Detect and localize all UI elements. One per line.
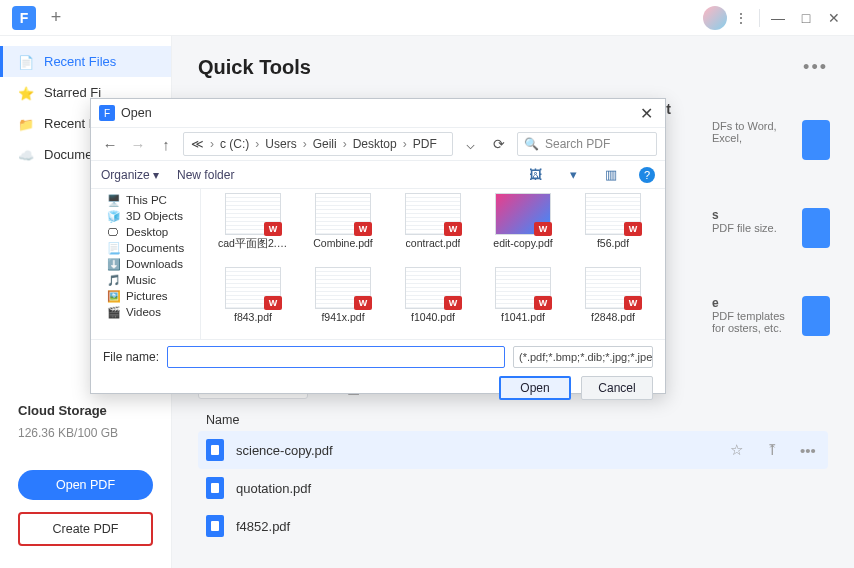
cancel-button[interactable]: Cancel	[581, 376, 653, 400]
file-thumbnail[interactable]: Wf843.pdf	[211, 267, 295, 335]
cloud-storage-panel: Cloud Storage 126.36 KB/100 GB	[0, 403, 171, 470]
refresh-button[interactable]: ⟳	[487, 132, 511, 156]
file-name-input[interactable]	[167, 346, 505, 368]
user-avatar[interactable]	[703, 6, 727, 30]
crumb-segment[interactable]: Geili	[310, 137, 340, 151]
recent-file-row[interactable]: quotation.pdf	[198, 469, 828, 507]
thumbnail-label: edit-copy.pdf	[493, 237, 552, 249]
cloud-usage-text: 126.36 KB/100 GB	[18, 426, 153, 440]
dialog-title: Open	[121, 106, 152, 120]
breadcrumb[interactable]: ≪›c (C:)›Users›Geili›Desktop›PDF	[183, 132, 453, 156]
file-thumbnail[interactable]: Wcad平面图2.pdf	[211, 193, 295, 263]
view-mode-dropdown[interactable]: ▾	[563, 165, 583, 185]
thumbnail-image: W	[405, 267, 461, 309]
window-close-button[interactable]: ✕	[820, 4, 848, 32]
new-tab-button[interactable]: +	[42, 4, 70, 32]
row-more-icon[interactable]: •••	[796, 442, 820, 459]
dialog-close-button[interactable]: ✕	[635, 102, 657, 124]
star-icon: ⭐	[18, 86, 34, 100]
thumbnail-label: f56.pdf	[597, 237, 629, 249]
crumb-segment[interactable]: PDF	[410, 137, 440, 151]
file-thumbnail[interactable]: Wcontract.pdf	[391, 193, 475, 263]
more-tools-button[interactable]: •••	[803, 57, 828, 78]
thumbnail-label: Combine.pdf	[313, 237, 373, 249]
file-thumbnail[interactable]: Wf2848.pdf	[571, 267, 655, 335]
pdf-badge-icon: W	[534, 222, 552, 236]
tree-item-documents[interactable]: 📃Documents	[93, 240, 198, 256]
thumbnail-image: W	[315, 267, 371, 309]
tree-item-desktop[interactable]: 🖵Desktop	[93, 224, 198, 240]
crumb-segment[interactable]: ≪	[188, 137, 207, 151]
thumbnail-image: W	[405, 193, 461, 235]
tool-card-icon	[802, 296, 830, 336]
view-mode-button[interactable]: 🖼	[525, 165, 545, 185]
preview-pane-button[interactable]: ▥	[601, 165, 621, 185]
folder-icon: 📁	[18, 117, 34, 131]
file-thumbnail[interactable]: Wedit-copy.pdf	[481, 193, 565, 263]
help-button[interactable]: ?	[639, 167, 655, 183]
thumbnail-image: W	[585, 193, 641, 235]
tree-item-videos[interactable]: 🎬Videos	[93, 304, 198, 320]
thumbnail-label: f1041.pdf	[501, 311, 545, 323]
file-thumbnail[interactable]: Wf941x.pdf	[301, 267, 385, 335]
3d-icon: 🧊	[107, 210, 121, 222]
star-icon[interactable]: ☆	[724, 441, 748, 459]
create-pdf-button[interactable]: Create PDF	[18, 512, 153, 546]
file-thumbnail[interactable]: Wf1040.pdf	[391, 267, 475, 335]
search-icon: 🔍	[524, 137, 539, 151]
thumbnail-label: f843.pdf	[234, 311, 272, 323]
tree-item-music[interactable]: 🎵Music	[93, 272, 198, 288]
crumb-segment[interactable]: Desktop	[350, 137, 400, 151]
window-minimize-button[interactable]: —	[764, 4, 792, 32]
file-name: f4852.pdf	[236, 519, 290, 534]
pdf-badge-icon: W	[534, 296, 552, 310]
column-header-name[interactable]: Name	[198, 409, 828, 431]
file-thumbnail[interactable]: WCombine.pdf	[301, 193, 385, 263]
more-menu-icon[interactable]: ⋮	[727, 4, 755, 32]
tool-card[interactable]: sPDF file size.	[712, 208, 830, 248]
music-icon: 🎵	[107, 274, 121, 286]
file-thumbnail[interactable]: Wf1041.pdf	[481, 267, 565, 335]
nav-back-button[interactable]: ←	[99, 133, 121, 155]
nav-up-button[interactable]: ↑	[155, 133, 177, 155]
file-grid[interactable]: Wcad平面图2.pdfWCombine.pdfWcontract.pdfWed…	[201, 189, 665, 339]
thumbnail-image: W	[585, 267, 641, 309]
sidebar-item-recent-files[interactable]: 📄Recent Files	[0, 46, 171, 77]
pdf-badge-icon: W	[264, 222, 282, 236]
file-name-label: File name:	[103, 350, 159, 364]
pdf-badge-icon: W	[624, 296, 642, 310]
tool-card[interactable]: ePDF templates for osters, etc.	[712, 296, 830, 336]
doc-icon: 📄	[18, 55, 34, 69]
tree-item-this-pc[interactable]: 🖥️This PC	[93, 192, 198, 208]
thumbnail-label: f2848.pdf	[591, 311, 635, 323]
open-pdf-button[interactable]: Open PDF	[18, 470, 153, 500]
folder-tree[interactable]: 🖥️This PC🧊3D Objects🖵Desktop📃Documents⬇️…	[91, 189, 201, 339]
pdf-badge-icon: W	[444, 296, 462, 310]
file-type-filter[interactable]: (*.pdf;*.bmp;*.dib;*.jpg;*.jpeg;*.j⌵	[513, 346, 653, 368]
crumb-history-dropdown[interactable]: ⌵	[459, 133, 481, 155]
folder-search-input[interactable]: 🔍 Search PDF	[517, 132, 657, 156]
tree-item-pictures[interactable]: 🖼️Pictures	[93, 288, 198, 304]
organize-menu[interactable]: Organize ▾	[101, 168, 159, 182]
tool-card[interactable]: DFs to Word, Excel,	[712, 120, 830, 160]
thumbnail-image: W	[495, 267, 551, 309]
crumb-segment[interactable]: c (C:)	[217, 137, 252, 151]
crumb-segment[interactable]: Users	[262, 137, 299, 151]
tree-item-3d-objects[interactable]: 🧊3D Objects	[93, 208, 198, 224]
dialog-app-icon: F	[99, 105, 115, 121]
new-folder-button[interactable]: New folder	[177, 168, 234, 182]
cloud-icon: ☁️	[18, 148, 34, 162]
titlebar: F + ⋮ — □ ✕	[0, 0, 854, 36]
dl-icon: ⬇️	[107, 258, 121, 270]
thumbnail-label: cad平面图2.pdf	[218, 237, 288, 251]
upload-icon[interactable]: ⤒	[760, 441, 784, 459]
nav-forward-button[interactable]: →	[127, 133, 149, 155]
open-button[interactable]: Open	[499, 376, 571, 400]
file-open-dialog: F Open ✕ ← → ↑ ≪›c (C:)›Users›Geili›Desk…	[90, 98, 666, 394]
window-maximize-button[interactable]: □	[792, 4, 820, 32]
file-thumbnail[interactable]: Wf56.pdf	[571, 193, 655, 263]
tree-item-downloads[interactable]: ⬇️Downloads	[93, 256, 198, 272]
pc-icon: 🖥️	[107, 194, 121, 206]
recent-file-row[interactable]: f4852.pdf	[198, 507, 828, 545]
recent-file-row[interactable]: science-copy.pdf☆⤒•••	[198, 431, 828, 469]
